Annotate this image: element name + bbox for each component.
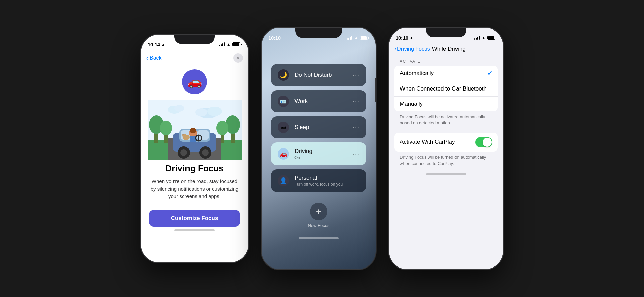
dnd-name: Do Not Disturb [294, 72, 347, 78]
svg-point-21 [180, 149, 187, 156]
carplay-text: Activate With CarPlay [400, 139, 475, 145]
notch-2 [295, 28, 342, 38]
carplay-card: Activate With CarPlay [394, 133, 498, 152]
activate-bluetooth-row[interactable]: When Connected to Car Bluetooth [394, 81, 498, 97]
activate-automatically-row[interactable]: Automatically ✓ [394, 66, 498, 81]
time-2: 10:10 [268, 35, 281, 41]
personal-more-icon[interactable]: ··· [353, 177, 360, 184]
personal-text: Personal Turn off work, focus on you [294, 175, 347, 187]
activate-manually-row[interactable]: Manually [394, 97, 498, 111]
signal-bars-1 [219, 42, 225, 46]
driving-icon-circle: 🚗 [182, 69, 207, 94]
new-focus-plus-icon: + [310, 203, 327, 220]
battery-tip-1 [241, 44, 241, 45]
signal-bar-34 [479, 36, 480, 40]
close-button-1[interactable]: ✕ [233, 53, 243, 63]
location-icon-1: ▲ [161, 42, 165, 46]
driving-list-icon: 🚗 [278, 148, 289, 160]
driving-more-icon[interactable]: ··· [353, 151, 360, 158]
wifi-icon-3: ▲ [481, 35, 486, 40]
customize-focus-label: Customize Focus [171, 215, 218, 222]
phone-1-driving-focus-setup: 10:14 ▲ ▲ [141, 35, 248, 262]
battery-tip-2 [368, 37, 369, 39]
sleep-text: Sleep [294, 124, 347, 131]
activate-automatically-label: Automatically [400, 70, 487, 77]
battery-fill-3 [488, 36, 494, 39]
personal-name: Personal [294, 175, 347, 181]
wifi-icon-1: ▲ [226, 42, 231, 47]
work-text: Work [294, 98, 347, 105]
home-indicator-1 [174, 229, 215, 231]
signal-bar-31 [474, 38, 475, 40]
focus-item-work[interactable]: 🪪 Work ··· [271, 90, 366, 112]
signal-bar-3 [222, 43, 223, 46]
focus-item-sleep[interactable]: 🛏 Sleep ··· [271, 116, 366, 138]
notch-3 [426, 28, 466, 37]
svg-point-11 [160, 121, 172, 135]
signal-bars-3 [474, 36, 480, 40]
customize-focus-button[interactable]: Customize Focus [149, 210, 240, 227]
dnd-icon: 🌙 [278, 69, 289, 81]
status-icons-2: ▲ [347, 35, 369, 40]
driving-focus-description: When you're on the road, stay focused by… [149, 178, 240, 200]
focus-item-driving[interactable]: 🚗 Driving On ··· [271, 142, 366, 165]
notch-1 [174, 35, 215, 44]
dnd-text: Do Not Disturb [294, 72, 347, 78]
activate-section: ACTIVATE Automatically ✓ When Connected … [394, 56, 498, 130]
battery-body-2 [360, 36, 368, 40]
back-label-1: Back [150, 55, 162, 61]
svg-point-5 [174, 105, 184, 112]
sleep-more-icon[interactable]: ··· [353, 124, 360, 131]
phone-3-screen: 10:10 ▲ ▲ [389, 28, 503, 269]
svg-point-3 [195, 108, 207, 116]
activate-section-label: ACTIVATE [394, 56, 498, 66]
focus-item-do-not-disturb[interactable]: 🌙 Do Not Disturb ··· [271, 64, 366, 86]
new-focus-label: New Focus [308, 223, 329, 228]
new-focus-button[interactable]: + New Focus [271, 203, 366, 228]
svg-point-15 [216, 121, 228, 135]
status-icons-3: ▲ [474, 35, 496, 40]
status-icons-1: ▲ [219, 42, 241, 47]
activate-options-card: Automatically ✓ When Connected to Car Bl… [394, 66, 498, 111]
back-button-1[interactable]: ‹ Back [146, 55, 162, 61]
settings-page-title: While Driving [432, 46, 466, 52]
signal-bar-w4 [351, 36, 352, 40]
carplay-row: Activate With CarPlay [394, 133, 498, 152]
wifi-icon-2: ▲ [354, 35, 358, 40]
time-1: 10:14 [148, 42, 160, 47]
phone-2-screen: 10:10 ▲ 🌙 [262, 28, 376, 269]
dnd-more-icon[interactable]: ··· [353, 72, 360, 79]
battery-fill-1 [233, 43, 239, 46]
svg-point-29 [182, 134, 184, 135]
phone-1-screen: 10:14 ▲ ▲ [141, 35, 248, 262]
personal-icon: 👤 [278, 175, 289, 186]
sleep-name: Sleep [294, 124, 347, 131]
svg-point-2 [207, 107, 222, 116]
battery-3 [487, 36, 496, 40]
settings-nav-3: ‹ Driving Focus While Driving [389, 44, 503, 56]
activate-note: Driving Focus will be activated automati… [394, 111, 498, 130]
work-more-icon[interactable]: ··· [353, 98, 360, 105]
settings-back-label: Driving Focus [397, 46, 430, 52]
battery-tip-3 [496, 37, 496, 39]
signal-bar-w3 [350, 37, 351, 40]
phone-3-while-driving-settings: 10:10 ▲ ▲ [389, 28, 503, 269]
driving-focus-title: Driving Focus [149, 163, 240, 174]
signal-bar-32 [476, 38, 477, 40]
focus-item-personal[interactable]: 👤 Personal Turn off work, focus on you ·… [271, 169, 366, 192]
driving-text: Driving On [294, 148, 347, 160]
work-name: Work [294, 98, 347, 105]
signal-bar-1 [219, 45, 220, 46]
driving-illustration [141, 100, 248, 163]
work-icon: 🪪 [278, 96, 289, 107]
battery-body-3 [487, 36, 495, 40]
settings-back-button[interactable]: ‹ Driving Focus [394, 45, 430, 52]
driving-icon-container: 🚗 [141, 69, 248, 94]
scene-illustration [148, 100, 241, 160]
carplay-note: Driving Focus will be turned on automati… [394, 152, 498, 170]
svg-point-23 [202, 149, 209, 156]
close-icon-1: ✕ [236, 56, 240, 61]
carplay-title: Activate With CarPlay [400, 139, 475, 145]
nav-bar-1: ‹ Back ✕ [141, 51, 248, 67]
carplay-toggle[interactable] [475, 137, 492, 147]
